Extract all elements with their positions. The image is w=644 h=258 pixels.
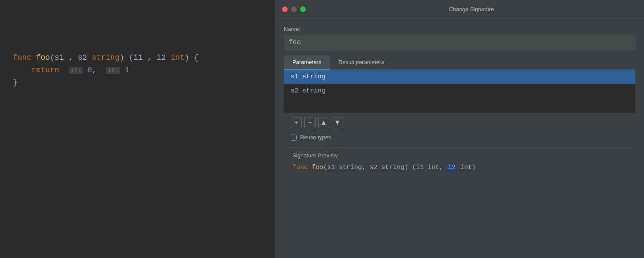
change-signature-dialog: Change Signature Name: Parameters Result… — [275, 0, 644, 258]
reuse-types-label: Reuse types — [300, 134, 331, 141]
param-row-s1[interactable]: s1 string — [284, 70, 635, 84]
close-button[interactable] — [282, 6, 288, 12]
tab-result-parameters[interactable]: Result parameters — [330, 55, 392, 70]
dialog-title: Change Signature — [306, 6, 637, 12]
maximize-button[interactable] — [300, 6, 306, 12]
title-bar: Change Signature — [275, 0, 644, 19]
preview-params-end: int) — [456, 164, 476, 171]
preview-params: (s1 string, s2 string) (i1 int, — [323, 164, 447, 171]
preview-highlighted-param: i2 — [447, 164, 456, 171]
reuse-types-checkbox[interactable] — [291, 135, 297, 141]
params-toolbar: + − ▲ ▼ — [284, 113, 635, 132]
move-up-button[interactable]: ▲ — [318, 117, 329, 128]
reuse-types-row: Reuse types — [284, 132, 635, 146]
func-keyword: func — [13, 53, 36, 62]
func-params-2: ) (i1 , i2 — [119, 53, 170, 62]
code-line-func: func foo(s1 , s2 string) (i1 , i2 int) { — [13, 52, 262, 64]
func-brace: ) { — [185, 53, 198, 62]
preview-func-name: foo — [312, 164, 323, 171]
name-input[interactable] — [284, 36, 635, 49]
hint-i1: i1: — [69, 67, 83, 74]
window-controls — [282, 6, 306, 12]
func-name: foo — [36, 53, 50, 62]
int-type: int — [170, 53, 184, 62]
string-type: string — [92, 53, 120, 62]
parameters-list: s1 string s2 string — [284, 70, 635, 113]
hint-i2: i2: — [106, 67, 120, 74]
add-param-button[interactable]: + — [291, 117, 302, 128]
code-line-close: } — [13, 77, 262, 89]
code-editor: func foo(s1 , s2 string) (i1 , i2 int) {… — [0, 0, 275, 258]
dialog-content: Name: Parameters Result parameters s1 st… — [275, 19, 644, 258]
signature-preview-label: Signature Preview — [284, 152, 635, 162]
move-down-button[interactable]: ▼ — [332, 117, 343, 128]
func-params: (s1 , s2 — [50, 53, 91, 62]
remove-param-button[interactable]: − — [304, 117, 316, 128]
code-line-return: return i1: 0, i2: 1 — [13, 64, 262, 77]
tab-bar: Parameters Result parameters — [284, 55, 635, 70]
param-row-s2[interactable]: s2 string — [284, 84, 635, 98]
tab-parameters[interactable]: Parameters — [284, 55, 330, 70]
minimize-button[interactable] — [291, 6, 297, 12]
signature-preview: func foo(s1 string, s2 string) (i1 int, … — [284, 162, 635, 178]
preview-func-keyword: func — [292, 164, 312, 171]
name-label: Name: — [284, 26, 635, 32]
return-keyword: return — [31, 66, 59, 74]
divider — [284, 147, 635, 148]
